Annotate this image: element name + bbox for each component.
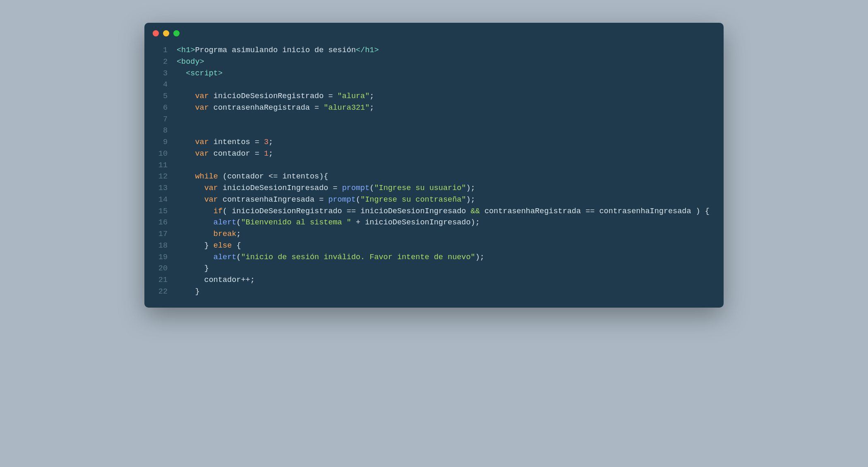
code-line: 19 alert("inicio de sesión inválido. Fav… bbox=[153, 252, 715, 263]
token-string: "alura" bbox=[338, 92, 370, 101]
token-string: "inicio de sesión inválido. Favor intent… bbox=[241, 253, 475, 262]
token-op: ) bbox=[696, 207, 700, 216]
code-content: while (contador <= intentos){ bbox=[177, 171, 328, 183]
token-op: ) bbox=[475, 253, 480, 262]
token-op: ; bbox=[471, 195, 475, 204]
token-text bbox=[177, 287, 195, 296]
code-line: 1<h1>Progrma asimulando inicio de sesión… bbox=[153, 45, 715, 56]
code-content: <script> bbox=[177, 68, 223, 79]
token-op: ; bbox=[475, 218, 480, 227]
code-line: 6 var contrasenhaRegistrada = "alura321"… bbox=[153, 102, 715, 114]
token-text bbox=[177, 264, 204, 273]
token-op: ( bbox=[356, 195, 360, 204]
line-number: 8 bbox=[153, 125, 168, 137]
token-text bbox=[259, 138, 264, 147]
token-op: { bbox=[236, 241, 241, 250]
token-func: prompt bbox=[328, 195, 356, 204]
token-text bbox=[209, 241, 213, 250]
token-punct: < bbox=[186, 69, 190, 78]
code-line: 2<body> bbox=[153, 56, 715, 68]
token-text: contrasenhaRegistrada bbox=[480, 207, 585, 216]
token-op: = bbox=[255, 138, 259, 147]
code-line: 10 var contador = 1; bbox=[153, 148, 715, 160]
line-number: 11 bbox=[153, 160, 168, 171]
token-keyword: var bbox=[195, 138, 209, 147]
token-punct: < bbox=[177, 46, 181, 55]
token-text: contador bbox=[177, 276, 241, 284]
token-text bbox=[259, 149, 264, 158]
token-punct: > bbox=[218, 69, 223, 78]
line-number: 17 bbox=[153, 229, 168, 240]
token-punct: > bbox=[190, 46, 195, 55]
token-text bbox=[177, 149, 195, 158]
token-tag: h1 bbox=[365, 46, 374, 55]
code-area[interactable]: 1<h1>Progrma asimulando inicio de sesión… bbox=[144, 41, 724, 308]
token-keyword: while bbox=[195, 172, 218, 181]
line-number: 20 bbox=[153, 263, 168, 274]
token-text bbox=[177, 218, 213, 227]
token-op: ) bbox=[471, 218, 475, 227]
token-text bbox=[177, 253, 213, 262]
code-line: 7 bbox=[153, 114, 715, 125]
token-op: } bbox=[204, 264, 209, 273]
maximize-icon[interactable] bbox=[173, 30, 180, 36]
token-op: ++ bbox=[241, 276, 250, 284]
code-content: var intentos = 3; bbox=[177, 137, 273, 148]
token-op: ; bbox=[369, 104, 374, 112]
token-amp: && bbox=[471, 207, 480, 216]
token-text: inicioDeSesionIngresado bbox=[356, 207, 471, 216]
code-content: if( inicioDeSesionRegistrado == inicioDe… bbox=[177, 206, 710, 217]
token-text: contador bbox=[227, 172, 269, 181]
code-line: 20 } bbox=[153, 263, 715, 274]
token-func: alert bbox=[213, 253, 237, 262]
token-punct: < bbox=[177, 58, 181, 66]
line-number: 10 bbox=[153, 148, 168, 160]
token-text: inicioDeSesionIngresado bbox=[360, 218, 470, 227]
token-string: "Ingrese su usuario" bbox=[374, 184, 466, 193]
token-text bbox=[177, 104, 195, 112]
token-op: <= bbox=[269, 172, 278, 181]
token-text bbox=[177, 69, 186, 78]
token-text bbox=[700, 207, 705, 216]
line-number: 6 bbox=[153, 102, 168, 114]
line-number: 5 bbox=[153, 91, 168, 102]
line-number: 14 bbox=[153, 194, 168, 206]
token-op: ; bbox=[480, 253, 484, 262]
line-number: 1 bbox=[153, 45, 168, 56]
token-number: 1 bbox=[264, 149, 269, 158]
code-line: 5 var inicioDeSesionRegistrado = "alura"… bbox=[153, 91, 715, 102]
token-tag: body bbox=[181, 58, 199, 66]
token-op: { bbox=[324, 172, 328, 181]
code-line: 8 bbox=[153, 125, 715, 137]
token-text: contador bbox=[209, 149, 255, 158]
code-line: 11 bbox=[153, 160, 715, 171]
token-text bbox=[351, 218, 356, 227]
code-content: var inicioDeSesionRegistrado = "alura"; bbox=[177, 91, 374, 102]
token-op: ) bbox=[319, 172, 324, 181]
token-func: alert bbox=[213, 218, 237, 227]
token-number: 3 bbox=[264, 138, 269, 147]
code-content: var contrasenhaIngresada = prompt("Ingre… bbox=[177, 194, 475, 206]
token-op: = bbox=[255, 149, 259, 158]
token-text bbox=[333, 92, 338, 101]
token-text: Progrma asimulando inicio de sesión bbox=[195, 46, 356, 55]
line-number: 9 bbox=[153, 137, 168, 148]
token-text bbox=[218, 172, 223, 181]
line-number: 13 bbox=[153, 183, 168, 194]
token-op: + bbox=[356, 218, 360, 227]
token-func: prompt bbox=[342, 184, 370, 193]
close-icon[interactable] bbox=[153, 30, 159, 36]
token-punct: > bbox=[200, 58, 204, 66]
token-keyword: var bbox=[195, 104, 209, 112]
code-content: contador++; bbox=[177, 274, 255, 286]
token-text bbox=[177, 184, 204, 193]
minimize-icon[interactable] bbox=[163, 30, 169, 36]
token-punct: </ bbox=[356, 46, 365, 55]
token-op: ; bbox=[269, 149, 273, 158]
token-text: intentos bbox=[209, 138, 255, 147]
token-keyword: break bbox=[213, 230, 237, 238]
line-number: 21 bbox=[153, 274, 168, 286]
line-number: 18 bbox=[153, 240, 168, 252]
token-text bbox=[177, 92, 195, 101]
code-content: var contador = 1; bbox=[177, 148, 273, 160]
